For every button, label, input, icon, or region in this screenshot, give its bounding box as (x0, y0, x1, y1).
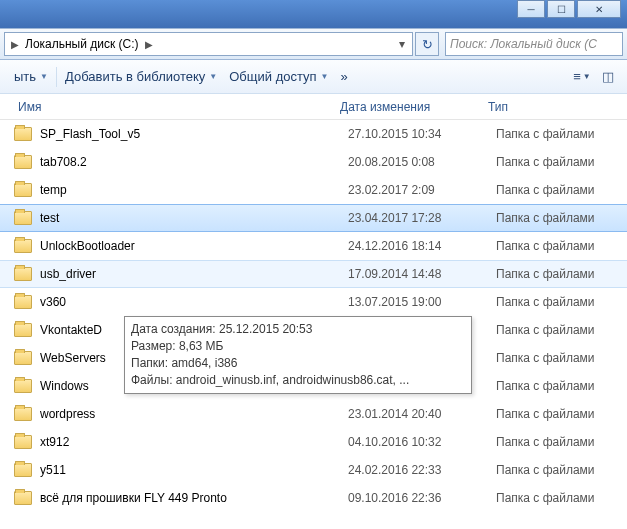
folder-icon (14, 379, 32, 393)
chevron-down-icon: ▼ (321, 72, 329, 81)
file-name: SP_Flash_Tool_v5 (40, 127, 348, 141)
file-type: Папка с файлами (496, 379, 627, 393)
file-type: Папка с файлами (496, 295, 627, 309)
file-type: Папка с файлами (496, 491, 627, 505)
view-options-button[interactable]: ≡▼ (571, 66, 593, 88)
tooltip-line: Файлы: android_winusb.inf, androidwinusb… (131, 372, 465, 389)
file-name: usb_driver (40, 267, 348, 281)
file-type: Папка с файлами (496, 211, 627, 225)
overflow-menu[interactable]: » (335, 60, 354, 93)
folder-icon (14, 127, 32, 141)
file-date: 17.09.2014 14:48 (348, 267, 496, 281)
chevron-right-icon[interactable]: ▶ (141, 39, 157, 50)
table-row[interactable]: xt91204.10.2016 10:32Папка с файлами (0, 428, 627, 456)
command-bar: ыть ▼ Добавить в библиотеку ▼ Общий дост… (0, 60, 627, 94)
file-name: UnlockBootloader (40, 239, 348, 253)
list-icon: ≡ (573, 69, 581, 84)
chevron-down-icon: ▼ (583, 72, 591, 81)
table-row[interactable]: tab708.220.08.2015 0:08Папка с файлами (0, 148, 627, 176)
file-date: 20.08.2015 0:08 (348, 155, 496, 169)
chevron-down-icon[interactable]: ▾ (394, 33, 410, 55)
file-name: tab708.2 (40, 155, 348, 169)
folder-icon (14, 351, 32, 365)
file-type: Папка с файлами (496, 463, 627, 477)
file-type: Папка с файлами (496, 351, 627, 365)
maximize-button[interactable]: ☐ (547, 0, 575, 18)
organize-menu[interactable]: ыть ▼ (8, 60, 54, 93)
tooltip-line: Размер: 8,63 МБ (131, 338, 465, 355)
column-header-date[interactable]: Дата изменения (340, 100, 488, 114)
file-date: 23.04.2017 17:28 (348, 211, 496, 225)
folder-icon (14, 435, 32, 449)
folder-icon (14, 267, 32, 281)
file-date: 13.07.2015 19:00 (348, 295, 496, 309)
table-row[interactable]: test23.04.2017 17:28Папка с файлами (0, 204, 627, 232)
chevron-down-icon: ▼ (40, 72, 48, 81)
search-placeholder: Поиск: Локальный диск (C (450, 37, 597, 51)
chevron-down-icon: ▼ (209, 72, 217, 81)
file-type: Папка с файлами (496, 239, 627, 253)
folder-icon (14, 491, 32, 505)
folder-icon (14, 295, 32, 309)
folder-icon (14, 323, 32, 337)
folder-icon (14, 211, 32, 225)
file-type: Папка с файлами (496, 323, 627, 337)
file-date: 27.10.2015 10:34 (348, 127, 496, 141)
file-date: 23.01.2014 20:40 (348, 407, 496, 421)
address-bar: ▶ Локальный диск (C:) ▶ ▾ ↻ Поиск: Локал… (0, 28, 627, 60)
search-input[interactable]: Поиск: Локальный диск (C (445, 32, 623, 56)
file-type: Папка с файлами (496, 155, 627, 169)
folder-icon (14, 463, 32, 477)
file-type: Папка с файлами (496, 407, 627, 421)
file-name: всё для прошивки FLY 449 Pronto (40, 491, 348, 505)
close-button[interactable]: ✕ (577, 0, 621, 18)
file-name: y511 (40, 463, 348, 477)
file-name: wordpress (40, 407, 348, 421)
refresh-button[interactable]: ↻ (415, 32, 439, 56)
file-type: Папка с файлами (496, 127, 627, 141)
file-name: xt912 (40, 435, 348, 449)
folder-icon (14, 239, 32, 253)
tooltip-line: Папки: amd64, i386 (131, 355, 465, 372)
window-titlebar: ─ ☐ ✕ (0, 0, 627, 28)
table-row[interactable]: y51124.02.2016 22:33Папка с файлами (0, 456, 627, 484)
file-date: 23.02.2017 2:09 (348, 183, 496, 197)
breadcrumb[interactable]: ▶ Локальный диск (C:) ▶ ▾ (4, 32, 413, 56)
folder-icon (14, 183, 32, 197)
file-date: 24.02.2016 22:33 (348, 463, 496, 477)
column-headers: Имя Дата изменения Тип (0, 94, 627, 120)
table-row[interactable]: temp23.02.2017 2:09Папка с файлами (0, 176, 627, 204)
folder-icon (14, 155, 32, 169)
file-type: Папка с файлами (496, 435, 627, 449)
table-row[interactable]: SP_Flash_Tool_v527.10.2015 10:34Папка с … (0, 120, 627, 148)
table-row[interactable]: wordpress23.01.2014 20:40Папка с файлами (0, 400, 627, 428)
file-name: test (40, 211, 348, 225)
table-row[interactable]: всё для прошивки FLY 449 Pronto09.10.201… (0, 484, 627, 512)
file-name: temp (40, 183, 348, 197)
share-menu[interactable]: Общий доступ ▼ (223, 60, 334, 93)
tooltip-line: Дата создания: 25.12.2015 20:53 (131, 321, 465, 338)
column-header-type[interactable]: Тип (488, 100, 627, 114)
folder-tooltip: Дата создания: 25.12.2015 20:53 Размер: … (124, 316, 472, 394)
file-list-area: Имя Дата изменения Тип SP_Flash_Tool_v52… (0, 94, 627, 529)
preview-pane-button[interactable]: ◫ (597, 66, 619, 88)
table-row[interactable]: usb_driver17.09.2014 14:48Папка с файлам… (0, 260, 627, 288)
table-row[interactable]: v36013.07.2015 19:00Папка с файлами (0, 288, 627, 316)
breadcrumb-segment[interactable]: Локальный диск (C:) (23, 37, 141, 51)
add-to-library-menu[interactable]: Добавить в библиотеку ▼ (59, 60, 223, 93)
file-date: 24.12.2016 18:14 (348, 239, 496, 253)
minimize-button[interactable]: ─ (517, 0, 545, 18)
file-name: v360 (40, 295, 348, 309)
chevron-right-icon[interactable]: ▶ (7, 39, 23, 50)
table-row[interactable]: UnlockBootloader24.12.2016 18:14Папка с … (0, 232, 627, 260)
column-header-name[interactable]: Имя (0, 100, 340, 114)
file-date: 09.10.2016 22:36 (348, 491, 496, 505)
separator (56, 67, 57, 87)
folder-icon (14, 407, 32, 421)
panel-icon: ◫ (602, 69, 614, 84)
file-date: 04.10.2016 10:32 (348, 435, 496, 449)
file-type: Папка с файлами (496, 183, 627, 197)
file-type: Папка с файлами (496, 267, 627, 281)
